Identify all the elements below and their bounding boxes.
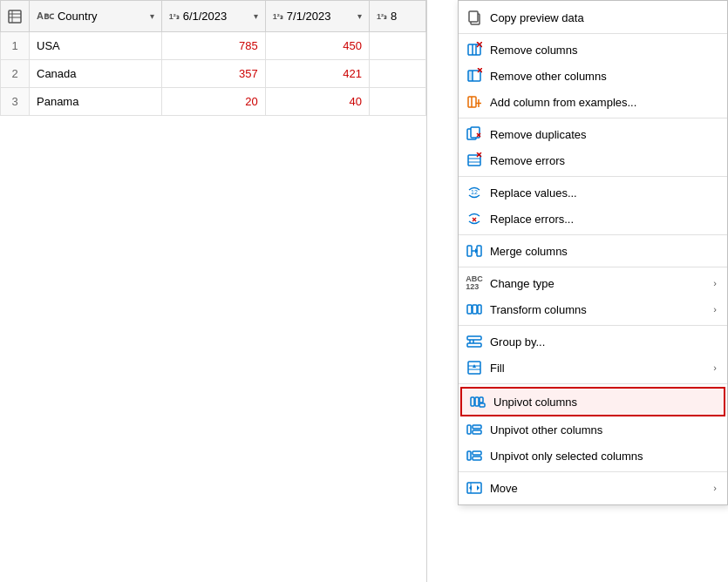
- svg-rect-58: [473, 451, 481, 455]
- svg-rect-54: [467, 425, 471, 434]
- col-71-dropdown[interactable]: ▾: [357, 11, 362, 21]
- separator-7: [459, 383, 727, 384]
- unpivot-icon: [469, 393, 486, 410]
- copy-icon: [466, 9, 483, 26]
- remove-errors-label: Remove errors: [490, 154, 717, 167]
- menu-item-unpivot-columns[interactable]: Unpivot columns: [460, 387, 725, 416]
- cell-v3-2: [369, 60, 425, 88]
- cell-v2-3: 40: [265, 88, 369, 116]
- menu-item-remove-other-columns[interactable]: Remove other columns: [459, 63, 727, 89]
- col-country-dropdown[interactable]: ▾: [150, 11, 154, 21]
- move-arrow: ›: [713, 483, 717, 493]
- menu-item-transform-columns[interactable]: Transform columns ›: [459, 296, 727, 322]
- remove-columns-label: Remove columns: [490, 44, 717, 57]
- table-row: 2 Canada 357 421: [1, 60, 426, 88]
- unpivot-other-icon: [466, 421, 483, 438]
- replace-values-icon: 1 2: [466, 184, 483, 201]
- svg-rect-42: [467, 336, 481, 340]
- svg-rect-55: [473, 425, 481, 429]
- svg-rect-37: [467, 305, 472, 314]
- cell-v1-1: 785: [161, 32, 265, 60]
- separator-6: [459, 325, 727, 326]
- menu-item-remove-duplicates[interactable]: Remove duplicates: [459, 121, 727, 147]
- transform-columns-arrow: ›: [713, 304, 717, 315]
- svg-rect-13: [468, 71, 473, 81]
- menu-item-copy-preview[interactable]: Copy preview data: [459, 4, 727, 30]
- svg-rect-39: [478, 305, 481, 314]
- data-table: Aʙᴄ Country ▾ 1²₃ 6/1/2023 ▾: [0, 0, 427, 582]
- move-label: Move: [490, 482, 706, 495]
- unpivot-selected-columns-label: Unpivot only selected columns: [490, 450, 717, 463]
- row-num-2: 2: [1, 60, 30, 88]
- svg-rect-59: [473, 457, 481, 460]
- unpivot-selected-icon: [466, 447, 483, 464]
- col-61-label: 6/1/2023: [183, 10, 228, 23]
- remove-errors-icon: [466, 152, 483, 169]
- remove-duplicates-label: Remove duplicates: [490, 128, 717, 141]
- menu-item-remove-columns[interactable]: Remove columns: [459, 37, 727, 63]
- menu-item-group-by[interactable]: Group by...: [459, 328, 727, 355]
- column-header-6-1-2023[interactable]: 1²₃ 6/1/2023 ▾: [161, 1, 265, 32]
- menu-item-replace-values[interactable]: 1 2 Replace values...: [459, 179, 727, 206]
- menu-item-replace-errors[interactable]: Replace errors...: [459, 206, 727, 232]
- add-column-examples-icon: [466, 93, 483, 111]
- context-menu: Copy preview data Remove columns: [458, 0, 728, 505]
- column-header-8[interactable]: 1²₃ 8: [369, 1, 425, 32]
- svg-rect-43: [467, 343, 481, 347]
- add-col-examples-label: Add column from examples...: [490, 96, 717, 109]
- col-8-label: 8: [391, 10, 397, 23]
- remove-columns-icon: [466, 41, 483, 58]
- menu-item-add-column-examples[interactable]: Add column from examples...: [459, 89, 727, 115]
- remove-duplicates-icon: [466, 125, 483, 143]
- separator-3: [459, 176, 727, 177]
- group-by-label: Group by...: [490, 335, 717, 349]
- copy-preview-label: Copy preview data: [490, 11, 717, 24]
- table-icon: [8, 10, 22, 24]
- remove-other-columns-label: Remove other columns: [490, 70, 717, 83]
- menu-item-unpivot-other-columns[interactable]: Unpivot other columns: [459, 416, 727, 443]
- svg-rect-33: [467, 246, 472, 256]
- svg-marker-63: [477, 485, 480, 491]
- column-header-7-1-2023[interactable]: 1²₃ 7/1/2023 ▾: [265, 1, 369, 32]
- remove-other-columns-icon: [466, 67, 483, 85]
- unpivot-other-columns-label: Unpivot other columns: [490, 423, 717, 436]
- cell-v2-1: 450: [265, 32, 369, 60]
- separator-2: [459, 118, 727, 118]
- menu-item-remove-errors[interactable]: Remove errors: [459, 147, 727, 173]
- row-num-1: 1: [1, 32, 30, 60]
- replace-errors-label: Replace errors...: [490, 213, 717, 226]
- col-country-label: Country: [58, 10, 98, 23]
- cell-v1-3: 20: [161, 88, 265, 116]
- replace-values-label: Replace values...: [490, 186, 717, 200]
- change-type-icon: ABC123: [466, 274, 483, 292]
- table-row: 1 USA 785 450: [1, 32, 426, 60]
- fill-icon: [466, 359, 483, 376]
- group-by-icon: [466, 333, 483, 350]
- separator-1: [459, 33, 727, 34]
- col-71-label: 7/1/2023: [287, 10, 331, 23]
- unpivot-columns-label: Unpivot columns: [493, 396, 713, 409]
- menu-item-unpivot-selected-columns[interactable]: Unpivot only selected columns: [459, 443, 727, 469]
- svg-rect-52: [480, 397, 483, 403]
- cell-country-2: Canada: [30, 60, 162, 88]
- svg-text:2: 2: [474, 189, 478, 195]
- separator-5: [459, 267, 727, 267]
- fill-label: Fill: [490, 362, 706, 375]
- svg-rect-50: [471, 397, 474, 406]
- cell-v3-3: [369, 88, 425, 116]
- column-header-country[interactable]: Aʙᴄ Country ▾: [30, 1, 162, 32]
- menu-item-change-type[interactable]: ABC123 Change type ›: [459, 270, 727, 296]
- svg-rect-51: [475, 397, 479, 406]
- menu-item-fill[interactable]: Fill ›: [459, 355, 727, 381]
- col-61-dropdown[interactable]: ▾: [254, 11, 258, 21]
- table-row: 3 Panama 20 40: [1, 88, 426, 116]
- merge-columns-label: Merge columns: [490, 245, 717, 258]
- separator-4: [459, 234, 727, 235]
- row-num-3: 3: [1, 88, 30, 116]
- menu-item-merge-columns[interactable]: Merge columns: [459, 238, 727, 264]
- menu-item-move[interactable]: Move ›: [459, 475, 727, 501]
- separator-8: [459, 471, 727, 472]
- svg-rect-24: [468, 155, 480, 166]
- svg-rect-38: [473, 305, 477, 314]
- svg-rect-53: [480, 403, 485, 407]
